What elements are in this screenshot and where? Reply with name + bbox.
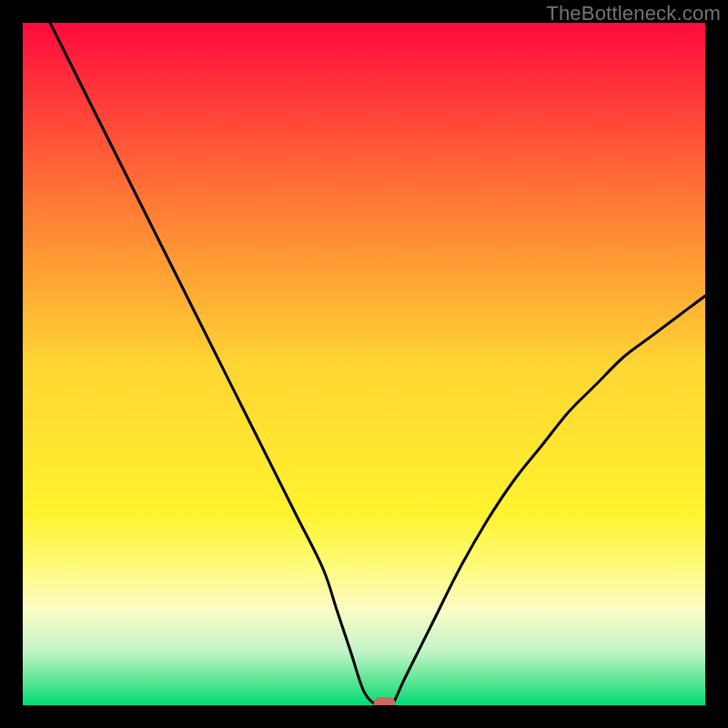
watermark-text: TheBottleneck.com (546, 2, 721, 25)
gradient-background (23, 23, 705, 705)
chart-frame: TheBottleneck.com (0, 0, 728, 728)
plot-svg (23, 23, 705, 705)
optimal-marker (374, 697, 396, 705)
bottleneck-plot (23, 23, 705, 705)
